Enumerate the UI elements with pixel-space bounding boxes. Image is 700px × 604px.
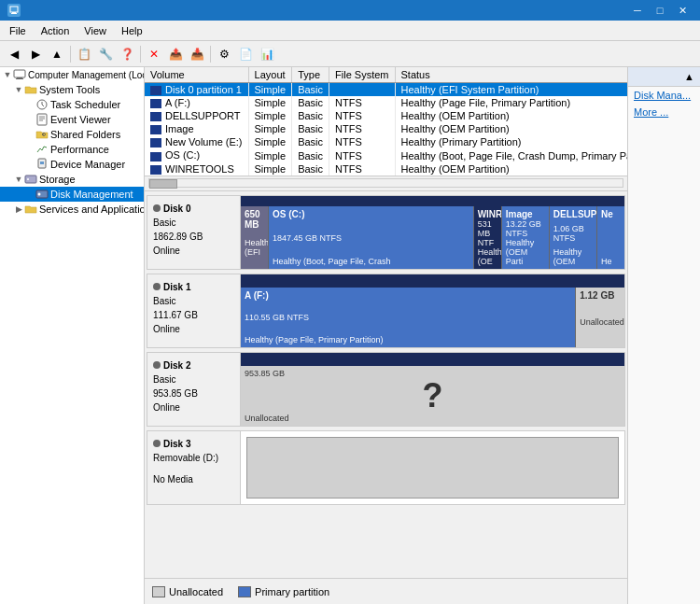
- tree-root[interactable]: ▼ Computer Management (Local: [0, 67, 144, 82]
- col-volume[interactable]: Volume: [145, 67, 248, 83]
- partition-block-0-2[interactable]: WINRETOC 531 MB NTF Healthy (OE: [474, 206, 502, 269]
- cell-type: Basic: [292, 148, 329, 162]
- disk-size-0: 1862.89 GB: [153, 230, 234, 244]
- partition-table[interactable]: Volume Layout Type File System Status Ca…: [145, 67, 627, 176]
- partition-block-1-1[interactable]: 1.12 GB Unallocated: [576, 288, 624, 347]
- tree-expand-systemtools[interactable]: ▼: [13, 84, 24, 95]
- col-status[interactable]: Status: [395, 67, 627, 83]
- table-row[interactable]: OS (C:) Simple Basic NTFS Healthy (Boot,…: [145, 148, 627, 162]
- table-row[interactable]: WINRETOOLS Simple Basic NTFS Healthy (OE…: [145, 162, 627, 176]
- tree-root-label: Computer Management (Local: [28, 70, 145, 80]
- tb-show-hide[interactable]: 📋: [74, 44, 94, 64]
- tb-up[interactable]: ▲: [47, 44, 67, 64]
- disk-status-2: Online: [153, 400, 234, 414]
- cell-fs: NTFS: [329, 96, 395, 109]
- part-sub-1-1: Unallocated: [580, 317, 621, 327]
- partition-block-1-0[interactable]: A (F:) 110.55 GB NTFS Healthy (Page File…: [241, 288, 576, 347]
- cell-layout: Simple: [248, 162, 292, 176]
- tb-delete[interactable]: ✕: [144, 44, 164, 64]
- tb-back[interactable]: ◀: [4, 44, 24, 64]
- menu-view[interactable]: View: [78, 23, 112, 38]
- partition-block-0-0[interactable]: 650 MB Healthy (EFI: [241, 206, 269, 269]
- cell-status: Healthy (OEM Partition): [395, 122, 627, 135]
- performance-icon: [35, 143, 49, 156]
- main-container: ▼ Computer Management (Local ▼ System To…: [0, 67, 700, 604]
- legend: Unallocated Primary partition: [145, 578, 627, 604]
- cell-fs: NTFS: [329, 148, 395, 162]
- svg-point-20: [38, 193, 41, 196]
- tree-taskscheduler-label: Task Scheduler: [50, 99, 120, 110]
- tree-expand-root[interactable]: ▼: [2, 69, 13, 80]
- part-name-0-0: 650 MB: [245, 209, 264, 230]
- actions-disk-manage[interactable]: Disk Mana...: [628, 87, 700, 104]
- part-sub-0-2: 531 MB NTF: [478, 219, 497, 247]
- part-name-1-1: 1.12 GB: [580, 290, 621, 301]
- tree-eventviewer-label: Event Viewer: [50, 114, 111, 125]
- col-type[interactable]: Type: [292, 67, 329, 83]
- tree-task-scheduler[interactable]: ▶ Task Scheduler: [0, 97, 144, 112]
- table-row[interactable]: New Volume (E:) Simple Basic NTFS Health…: [145, 135, 627, 148]
- table-row[interactable]: Disk 0 partition 1 Simple Basic Healthy …: [145, 83, 627, 97]
- svg-rect-0: [10, 7, 18, 12]
- menu-file[interactable]: File: [4, 23, 32, 38]
- cell-type: Basic: [292, 96, 329, 109]
- tree-devicemanager-label: Device Manager: [50, 159, 125, 170]
- tb-help[interactable]: ❓: [117, 44, 137, 64]
- tree-expand-services[interactable]: ▶: [13, 204, 24, 215]
- tree-device-manager[interactable]: ▶ Device Manager: [0, 157, 144, 172]
- menu-action[interactable]: Action: [35, 23, 76, 38]
- col-layout[interactable]: Layout: [248, 67, 292, 83]
- h-scrollbar[interactable]: [145, 176, 627, 191]
- partitions-table: Volume Layout Type File System Status Ca…: [145, 67, 627, 176]
- tb-properties[interactable]: 🔧: [95, 44, 116, 64]
- disk-mgmt-icon: [35, 188, 49, 201]
- tree-event-viewer[interactable]: ▶ Event Viewer: [0, 112, 144, 127]
- part-status-0-3: Healthy (OEM Parti: [506, 238, 545, 266]
- tree-performance[interactable]: ▶ Performance: [0, 142, 144, 157]
- table-row[interactable]: A (F:) Simple Basic NTFS Healthy (Page F…: [145, 96, 627, 109]
- table-row[interactable]: Image Simple Basic NTFS Healthy (OEM Par…: [145, 122, 627, 135]
- disk-top-bar-0: [241, 196, 624, 206]
- tree-diskmgmt-label: Disk Management: [50, 189, 133, 200]
- cell-fs: NTFS: [329, 122, 395, 135]
- storage-icon: [24, 173, 37, 186]
- tb-forward[interactable]: ▶: [25, 44, 46, 64]
- legend-primary-label: Primary partition: [255, 586, 329, 597]
- tb-export2[interactable]: 📥: [187, 44, 207, 64]
- toolbar: ◀ ▶ ▲ 📋 🔧 ❓ ✕ 📤 📥 ⚙ 📄 📊: [0, 41, 700, 67]
- cell-status: Healthy (Boot, Page File, Crash Dump, Pr…: [395, 148, 627, 162]
- close-button[interactable]: ✕: [672, 3, 693, 18]
- tb-export1[interactable]: 📤: [165, 44, 186, 64]
- part-name-0-3: Image: [506, 209, 545, 219]
- partition-block-0-3[interactable]: Image 13.22 GB NTFS Healthy (OEM Parti: [502, 206, 550, 269]
- cell-status: Healthy (Primary Partition): [395, 135, 627, 148]
- tree-expand-storage[interactable]: ▼: [13, 174, 24, 185]
- tb-settings3[interactable]: 📊: [257, 44, 277, 64]
- partition-block-0-5[interactable]: Ne He: [597, 206, 624, 269]
- menu-bar: File Action View Help: [0, 21, 700, 41]
- partition-block-0-1[interactable]: OS (C:) 1847.45 GB NTFS Healthy (Boot, P…: [269, 206, 474, 269]
- menu-help[interactable]: Help: [116, 23, 148, 38]
- part-name-0-2: WINRETOC: [478, 209, 497, 219]
- maximize-button[interactable]: □: [650, 3, 670, 18]
- actions-collapse[interactable]: ▲: [684, 71, 694, 82]
- disk-row-0: Disk 0 Basic 1862.89 GB Online 650 MB He…: [147, 195, 625, 270]
- cell-status: Healthy (OEM Partition): [395, 109, 627, 122]
- partition-block-2-0[interactable]: 953.85 GB Unallocated ?: [241, 366, 624, 426]
- tree-system-tools[interactable]: ▼ System Tools: [0, 82, 144, 97]
- tree-shared-folders[interactable]: ▶ Shared Folders: [0, 127, 144, 142]
- tb-settings2[interactable]: 📄: [235, 44, 256, 64]
- partition-block-0-4[interactable]: DELLSUPPOF 1.06 GB NTFS Healthy (OEM: [550, 206, 597, 269]
- tree-services[interactable]: ▶ Services and Applications: [0, 202, 144, 217]
- part-sub-1-0: 110.55 GB NTFS: [245, 313, 571, 322]
- actions-more[interactable]: More ...: [628, 104, 700, 120]
- col-filesystem[interactable]: File System: [329, 67, 395, 83]
- tree-disk-management[interactable]: ▶ Disk Management: [0, 187, 144, 202]
- part-sub-0-1: 1847.45 GB NTFS: [273, 233, 469, 243]
- tree-storage[interactable]: ▼ Storage: [0, 172, 144, 187]
- disk-partitions-1: A (F:) 110.55 GB NTFS Healthy (Page File…: [241, 274, 624, 347]
- tb-settings1[interactable]: ⚙: [214, 44, 234, 64]
- table-row[interactable]: DELLSUPPORT Simple Basic NTFS Healthy (O…: [145, 109, 627, 122]
- minimize-button[interactable]: ─: [627, 3, 648, 18]
- disk-status-0: Online: [153, 244, 234, 258]
